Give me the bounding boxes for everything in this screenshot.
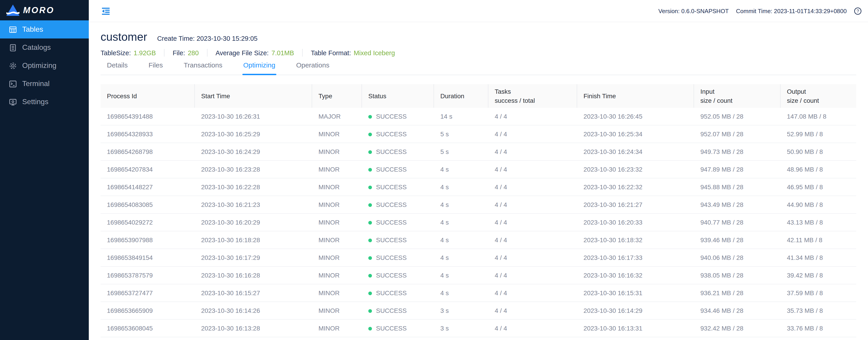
menu-fold-icon[interactable] <box>101 7 110 15</box>
type-cell: MINOR <box>312 302 362 319</box>
tasks-cell: 4 / 4 <box>488 213 577 231</box>
status-cell: SUCCESS <box>362 196 434 213</box>
sidebar-item-label: Tables <box>22 25 43 34</box>
version-text: Version: 0.6.0-SNAPSHOT <box>658 7 729 14</box>
success-dot-icon <box>368 150 372 154</box>
table-row: 16986537274772023-10-30 16:15:27MINORSUC… <box>100 284 856 302</box>
input-cell: 932.42 MB / 28 <box>694 319 781 337</box>
start-time-cell: 2023-10-30 16:26:31 <box>195 108 312 125</box>
tasks-cell: 4 / 4 <box>488 231 577 249</box>
output-cell: 42.11 MB / 8 <box>781 231 856 249</box>
process-id-cell: 1698654148227 <box>100 178 195 196</box>
duration-cell: 4 s <box>434 213 488 231</box>
brand-logo[interactable]: MORO <box>0 0 89 21</box>
sidebar-item-terminal[interactable]: Terminal <box>0 75 89 93</box>
tasks-cell: 4 / 4 <box>488 125 577 143</box>
success-dot-icon <box>368 185 372 189</box>
start-time-cell: 2023-10-30 16:22:28 <box>195 178 312 196</box>
status-cell: SUCCESS <box>362 231 434 249</box>
tab-optimizing[interactable]: Optimizing <box>243 61 275 75</box>
stat-table-size: TableSize:1.92GB <box>100 49 156 56</box>
start-time-cell: 2023-10-30 16:16:28 <box>195 266 312 284</box>
process-table-header: Process Id Start Time Type Status Durati… <box>100 84 856 108</box>
success-dot-icon <box>368 115 372 118</box>
sidebar-item-catalogs[interactable]: Catalogs <box>0 38 89 57</box>
terminal-icon <box>9 80 17 88</box>
sidebar-item-label: Optimizing <box>22 62 56 70</box>
version-info: Version: 0.6.0-SNAPSHOT Commit Time: 202… <box>658 7 862 15</box>
status-cell: SUCCESS <box>362 266 434 284</box>
duration-cell: 4 s <box>434 161 488 178</box>
table-row: 16986539079882023-10-30 16:18:28MINORSUC… <box>100 231 856 249</box>
stat-table-format: Table Format:Mixed Iceberg <box>311 49 395 56</box>
status-cell: SUCCESS <box>362 302 434 319</box>
type-cell: MINOR <box>312 143 362 161</box>
success-dot-icon <box>368 292 372 295</box>
tasks-cell: 4 / 4 <box>488 143 577 161</box>
finish-time-cell: 2023-10-30 16:23:32 <box>577 161 694 178</box>
sidebar-item-label: Catalogs <box>22 43 51 52</box>
sidebar-item-tables[interactable]: Tables <box>0 21 89 38</box>
status-cell: SUCCESS <box>362 108 434 125</box>
type-cell: MINOR <box>312 266 362 284</box>
type-cell: MINOR <box>312 231 362 249</box>
finish-time-cell: 2023-10-30 16:20:33 <box>577 213 694 231</box>
table-row: 16986540292722023-10-30 16:20:29MINORSUC… <box>100 213 856 231</box>
duration-cell: 4 s <box>434 196 488 213</box>
finish-time-cell: 2023-10-30 16:25:34 <box>577 125 694 143</box>
success-dot-icon <box>368 309 372 313</box>
finish-time-cell: 2023-10-30 16:15:31 <box>577 284 694 302</box>
tab-operations[interactable]: Operations <box>296 61 329 75</box>
stat-divider <box>207 49 207 57</box>
success-dot-icon <box>368 203 372 207</box>
tab-files[interactable]: Files <box>149 61 163 75</box>
success-dot-icon <box>368 239 372 242</box>
finish-time-cell: 2023-10-30 16:18:32 <box>577 231 694 249</box>
start-time-cell: 2023-10-30 16:23:28 <box>195 161 312 178</box>
tables-icon <box>9 26 17 33</box>
table-detail-page: customer Create Time: 2023-10-30 15:29:0… <box>89 22 868 337</box>
type-cell: MAJOR <box>312 108 362 125</box>
output-cell: 48.96 MB / 8 <box>781 161 856 178</box>
sidebar-item-settings[interactable]: Settings <box>0 93 89 111</box>
finish-time-cell: 2023-10-30 16:14:29 <box>577 302 694 319</box>
success-dot-icon <box>368 274 372 277</box>
tab-details[interactable]: Details <box>107 61 128 75</box>
table-row: 16986542687982023-10-30 16:24:29MINORSUC… <box>100 143 856 161</box>
col-input: Inputsize / count <box>694 84 781 108</box>
question-circle-icon[interactable]: ? <box>854 7 862 15</box>
finish-time-cell: 2023-10-30 16:13:31 <box>577 319 694 337</box>
app-root: MORO Tables <box>0 0 868 340</box>
output-cell: 33.76 MB / 8 <box>781 319 856 337</box>
type-cell: MINOR <box>312 249 362 266</box>
sidebar-item-optimizing[interactable]: Optimizing <box>0 57 89 75</box>
success-dot-icon <box>368 256 372 260</box>
process-id-cell: 1698653608045 <box>100 319 195 337</box>
page-title: customer <box>100 30 147 43</box>
sidebar: MORO Tables <box>0 0 89 340</box>
table-row: 16986536659092023-10-30 16:14:26MINORSUC… <box>100 302 856 319</box>
output-cell: 43.13 MB / 8 <box>781 213 856 231</box>
finish-time-cell: 2023-10-30 16:22:32 <box>577 178 694 196</box>
input-cell: 940.77 MB / 28 <box>694 213 781 231</box>
duration-cell: 5 s <box>434 143 488 161</box>
success-dot-icon <box>368 221 372 225</box>
tab-transactions[interactable]: Transactions <box>184 61 222 75</box>
type-cell: MINOR <box>312 196 362 213</box>
duration-cell: 4 s <box>434 178 488 196</box>
process-table-body: 16986543914882023-10-30 16:26:31MAJORSUC… <box>100 108 856 337</box>
table-row: 16986543914882023-10-30 16:26:31MAJORSUC… <box>100 108 856 125</box>
start-time-cell: 2023-10-30 16:20:29 <box>195 213 312 231</box>
output-cell: 37.59 MB / 8 <box>781 284 856 302</box>
tasks-cell: 4 / 4 <box>488 266 577 284</box>
sidebar-menu: Tables Catalogs <box>0 21 89 111</box>
process-id-cell: 1698653907988 <box>100 231 195 249</box>
tasks-cell: 4 / 4 <box>488 178 577 196</box>
col-output: Outputsize / count <box>781 84 856 108</box>
success-dot-icon <box>368 133 372 136</box>
tasks-cell: 4 / 4 <box>488 319 577 337</box>
duration-cell: 14 s <box>434 108 488 125</box>
stat-average-file-size: Average File Size:7.01MB <box>215 49 294 56</box>
svg-text:?: ? <box>857 8 859 13</box>
status-cell: SUCCESS <box>362 143 434 161</box>
